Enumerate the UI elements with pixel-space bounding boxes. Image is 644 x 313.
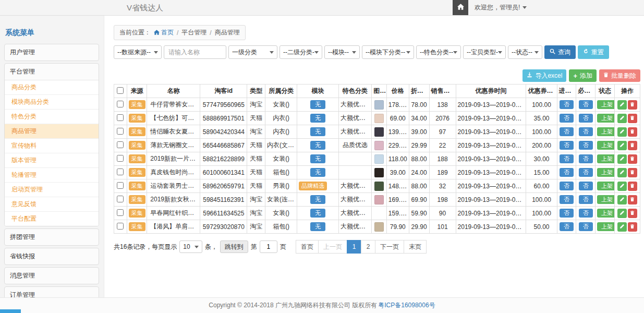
sidebar-subitem-promo-materials[interactable]: 宣传物料 bbox=[5, 139, 99, 153]
sidebar-subitem-splash-page-management[interactable]: 启动页管理 bbox=[5, 183, 99, 197]
status-button[interactable]: 上架 bbox=[597, 168, 614, 177]
delete-button[interactable] bbox=[628, 100, 637, 110]
must-buy-toggle[interactable]: 否 bbox=[579, 100, 593, 109]
select-all-checkbox[interactable] bbox=[117, 87, 124, 94]
status-button[interactable]: 上架 bbox=[597, 182, 614, 190]
row-checkbox[interactable] bbox=[117, 223, 124, 230]
item-type-filter-select[interactable]: --宝贝类型-- bbox=[463, 45, 506, 59]
import-select-toggle[interactable]: 否 bbox=[560, 100, 574, 109]
row-checkbox[interactable] bbox=[117, 141, 124, 148]
import-select-toggle[interactable]: 否 bbox=[560, 222, 574, 231]
sidebar-subitem-feedback[interactable]: 意见反馈 bbox=[5, 197, 99, 212]
must-buy-toggle[interactable]: 否 bbox=[579, 127, 593, 136]
row-checkbox[interactable] bbox=[117, 101, 124, 107]
import-select-toggle[interactable]: 否 bbox=[560, 209, 574, 218]
home-button[interactable] bbox=[453, 0, 468, 15]
pager-next[interactable]: 下一页 bbox=[375, 240, 404, 254]
edit-button[interactable] bbox=[617, 114, 627, 123]
delete-button[interactable] bbox=[628, 154, 637, 164]
delete-button[interactable] bbox=[628, 114, 637, 123]
batch-delete-button[interactable]: 批量删除 bbox=[599, 69, 640, 82]
status-button[interactable]: 上架 bbox=[597, 222, 614, 231]
import-excel-button[interactable]: 导入excel bbox=[523, 69, 566, 82]
pager-prev[interactable]: 上一页 bbox=[318, 240, 347, 254]
sidebar-item-order-management[interactable]: 订单管理 bbox=[5, 287, 99, 297]
jump-page-input[interactable] bbox=[260, 240, 277, 253]
import-select-toggle[interactable]: 否 bbox=[560, 114, 574, 123]
edit-button[interactable] bbox=[617, 222, 627, 232]
pager-page-1[interactable]: 1 bbox=[347, 240, 361, 254]
jump-button[interactable]: 跳转到 bbox=[220, 240, 248, 253]
must-buy-toggle[interactable]: 否 bbox=[579, 168, 593, 177]
delete-button[interactable] bbox=[628, 195, 637, 204]
import-select-toggle[interactable]: 否 bbox=[560, 141, 574, 150]
sidebar-subitem-goods-category[interactable]: 商品分类 bbox=[5, 80, 99, 95]
edit-button[interactable] bbox=[617, 100, 627, 110]
module-filter-select[interactable]: --模块-- bbox=[324, 45, 360, 59]
add-button[interactable]: + 添加 bbox=[569, 69, 597, 82]
edit-button[interactable] bbox=[617, 209, 627, 218]
row-checkbox[interactable] bbox=[117, 114, 124, 121]
edit-button[interactable] bbox=[617, 168, 627, 177]
reset-button[interactable]: 重置 bbox=[578, 45, 609, 59]
feature-category-filter-select[interactable]: --特色分类-- bbox=[416, 45, 461, 59]
must-buy-toggle[interactable]: 否 bbox=[579, 222, 593, 231]
pager-last[interactable]: 末页 bbox=[404, 240, 427, 254]
sidebar-item-money-saving-news[interactable]: 省钱快报 bbox=[5, 248, 99, 264]
status-button[interactable]: 上架 bbox=[597, 209, 614, 218]
row-checkbox[interactable] bbox=[117, 168, 124, 175]
status-button[interactable]: 上架 bbox=[597, 100, 614, 109]
sidebar-subitem-version-management[interactable]: 版本管理 bbox=[5, 153, 99, 168]
must-buy-toggle[interactable]: 否 bbox=[579, 182, 593, 190]
status-button[interactable]: 上架 bbox=[597, 195, 614, 204]
status-button[interactable]: 上架 bbox=[597, 154, 614, 163]
delete-button[interactable] bbox=[628, 168, 637, 177]
name-filter-input[interactable] bbox=[164, 45, 226, 59]
row-checkbox[interactable] bbox=[117, 209, 124, 216]
must-buy-toggle[interactable]: 否 bbox=[579, 154, 593, 163]
sidebar-subitem-goods-management[interactable]: 商品管理 bbox=[5, 124, 99, 139]
breadcrumb-home-link[interactable]: 首页 bbox=[154, 28, 174, 37]
search-button[interactable]: 查询 bbox=[544, 45, 576, 59]
horizontal-scrollbar-thumb[interactable] bbox=[0, 309, 21, 313]
row-checkbox[interactable] bbox=[117, 128, 124, 135]
delete-button[interactable] bbox=[628, 209, 637, 218]
sidebar-item-group-buy-management[interactable]: 拼团管理 bbox=[5, 229, 99, 245]
import-select-toggle[interactable]: 否 bbox=[560, 127, 574, 136]
sidebar-item-user-management[interactable]: 用户管理 bbox=[5, 44, 99, 61]
sidebar-subitem-platform-config[interactable]: 平台配置 bbox=[5, 212, 99, 226]
import-select-toggle[interactable]: 否 bbox=[560, 168, 574, 177]
delete-button[interactable] bbox=[628, 182, 637, 191]
per-page-select[interactable]: 10 bbox=[179, 240, 202, 253]
status-filter-select[interactable]: --状态-- bbox=[508, 45, 542, 59]
must-buy-toggle[interactable]: 否 bbox=[579, 114, 593, 123]
pager-page-2[interactable]: 2 bbox=[361, 240, 375, 254]
pager-first[interactable]: 首页 bbox=[296, 240, 319, 254]
level1-category-filter-select[interactable]: 一级分类 bbox=[228, 45, 277, 59]
row-checkbox[interactable] bbox=[117, 155, 124, 162]
must-buy-toggle[interactable]: 否 bbox=[579, 141, 593, 150]
edit-button[interactable] bbox=[617, 195, 627, 204]
sidebar-item-message-management[interactable]: 消息管理 bbox=[5, 268, 99, 284]
import-select-toggle[interactable]: 否 bbox=[560, 195, 574, 204]
data-source-filter-select[interactable]: --数据来源-- bbox=[114, 45, 162, 59]
sidebar-subitem-module-goods-category[interactable]: 模块商品分类 bbox=[5, 95, 99, 110]
sidebar-item-platform-management[interactable]: 平台管理 bbox=[5, 64, 99, 80]
level2-category-filter-select[interactable]: --二级分类-- bbox=[280, 45, 322, 59]
edit-button[interactable] bbox=[617, 127, 627, 137]
edit-button[interactable] bbox=[617, 141, 627, 150]
row-checkbox[interactable] bbox=[117, 196, 124, 202]
sidebar-subitem-carousel-management[interactable]: 轮播管理 bbox=[5, 168, 99, 183]
must-buy-toggle[interactable]: 否 bbox=[579, 195, 593, 204]
module-sub-category-filter-select[interactable]: --模块下分类-- bbox=[362, 45, 414, 59]
delete-button[interactable] bbox=[628, 222, 637, 232]
user-menu[interactable]: 欢迎您，管理员! bbox=[468, 0, 533, 15]
sidebar-subitem-feature-category[interactable]: 特色分类 bbox=[5, 110, 99, 124]
import-select-toggle[interactable]: 否 bbox=[560, 154, 574, 163]
row-checkbox[interactable] bbox=[117, 182, 124, 189]
status-button[interactable]: 上架 bbox=[597, 127, 614, 136]
delete-button[interactable] bbox=[628, 127, 637, 137]
edit-button[interactable] bbox=[617, 154, 627, 164]
delete-button[interactable] bbox=[628, 141, 637, 150]
edit-button[interactable] bbox=[617, 182, 627, 191]
